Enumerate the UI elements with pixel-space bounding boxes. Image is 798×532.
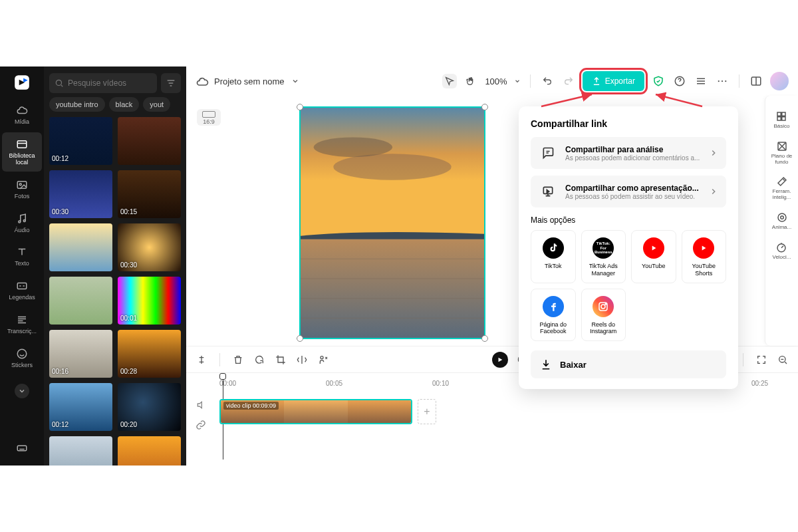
media-thumbnail[interactable]: 00:30 [118,223,181,271]
share-tile[interactable]: Reels do Instagram [581,289,626,342]
media-thumbnail[interactable]: 00:12 [49,383,112,431]
media-thumbnail[interactable]: 00:15 [118,170,181,218]
add-clip-button[interactable]: + [418,399,436,424]
grid-icon [775,110,787,122]
share-tile[interactable]: YouTube Shorts [682,230,727,283]
share-tile[interactable]: Página do Facebook [531,289,576,342]
chip[interactable]: yout [143,97,170,112]
svg-rect-20 [782,112,785,116]
stack-icon[interactable] [694,74,708,88]
svg-point-9 [56,80,61,85]
svg-point-4 [19,221,21,223]
resize-handle[interactable] [481,104,488,110]
chip[interactable]: youtube intro [49,97,105,112]
shield-icon[interactable] [651,74,666,88]
zoom-out-icon[interactable] [777,354,789,366]
hand-tool[interactable] [464,74,478,88]
tool-animation[interactable]: Anima... [771,209,793,233]
more-options-label: Mais opções [531,215,726,225]
share-card-sub: As pessoas podem adicionar comentários a… [565,154,701,162]
nav-captions[interactable]: Legendas [2,274,42,307]
rotate-icon[interactable] [253,354,265,366]
svg-point-17 [314,137,392,157]
nav-label: Transcriç... [7,329,37,335]
tool-basic[interactable]: Básico [772,108,791,132]
crop-icon[interactable] [275,354,287,366]
cursor-tool[interactable] [442,74,457,88]
tool-background[interactable]: Plano de fundo [765,138,798,168]
cloud-sync-icon[interactable] [196,75,207,87]
nav-photos[interactable]: Fotos [2,173,42,205]
nav-text[interactable]: Texto [2,240,42,273]
media-thumbnail[interactable]: 00:12 [49,117,112,165]
cutout-icon[interactable] [317,354,329,366]
tool-speed[interactable]: Veloci... [771,239,792,263]
chevron-down-icon[interactable] [514,78,521,84]
video-frame[interactable] [299,106,485,339]
play-button[interactable] [492,352,508,368]
nav-collapse[interactable] [2,378,42,404]
fullscreen-icon[interactable] [755,354,767,366]
app-root: Mídia Biblioteca local Fotos Áudio Texto… [0,66,798,466]
nav-transcription[interactable]: Transcriç... [2,308,42,340]
search-input[interactable]: Pesquise vídeos [49,73,157,93]
mirror-icon[interactable] [296,354,308,366]
share-tile-icon [593,296,614,317]
media-thumbnail[interactable]: 00:30 [49,170,112,218]
zoom-value[interactable]: 100% [485,76,507,86]
media-thumbnail[interactable]: 00:01 [118,277,181,325]
nav-local-library[interactable]: Biblioteca local [2,132,42,172]
svg-rect-18 [301,239,484,338]
trash-icon[interactable] [232,354,244,366]
mute-icon[interactable] [196,400,214,410]
aspect-ratio-badge[interactable]: 16:9 [197,109,221,126]
thumb-duration: 00:20 [120,421,137,428]
svg-line-30 [541,94,592,106]
project-name[interactable]: Projeto sem nome [214,76,285,86]
undo-button[interactable] [540,74,555,88]
filter-button[interactable] [161,73,181,93]
nav-stickers[interactable]: Stickers [2,342,42,374]
media-thumbnail[interactable]: 00:16 [49,330,112,378]
split-icon[interactable] [196,354,207,366]
nav-media[interactable]: Mídia [2,98,42,131]
video-clip[interactable]: video clip 00:09:09 [219,399,412,424]
download-button[interactable]: Baixar [531,350,726,378]
media-thumbnail[interactable]: 00:58 [49,436,112,466]
export-button[interactable]: Exportar [583,71,644,91]
tool-smart[interactable]: Ferram. intelig... [765,173,798,203]
resize-handle[interactable] [481,335,488,342]
animation-icon [776,211,788,223]
media-thumbnail[interactable] [49,277,112,325]
share-presentation-card[interactable]: Compartilhar como apresentação... As pes… [531,176,726,207]
link-icon[interactable] [196,420,214,430]
user-avatar[interactable] [770,72,789,90]
resize-handle[interactable] [297,104,303,110]
captions-icon [15,279,29,293]
nav-keyboard[interactable] [2,436,42,460]
share-tile[interactable]: TikTok:For BusinessTikTok Ads Manager [581,230,626,283]
media-thumbnail[interactable] [118,117,181,165]
background-icon [776,140,788,152]
chevron-down-icon[interactable] [291,77,299,85]
more-icon[interactable] [715,74,730,88]
media-thumbnail[interactable]: 00:20 [118,383,181,431]
layout-icon[interactable] [749,74,763,88]
chip[interactable]: black [109,97,140,112]
sticker-icon [15,347,29,360]
left-nav: Mídia Biblioteca local Fotos Áudio Texto… [0,66,44,466]
share-tile[interactable]: YouTube [631,230,676,283]
share-tile[interactable]: TikTok [531,230,576,283]
share-review-card[interactable]: Compartilhar para análise As pessoas pod… [531,137,726,169]
media-thumbnail[interactable]: 00:28 [118,330,181,378]
filter-icon [166,78,176,88]
nav-audio[interactable]: Áudio [2,207,42,239]
photo-icon [15,178,29,192]
help-icon[interactable] [672,74,687,88]
redo-button[interactable] [561,74,576,88]
resize-handle[interactable] [297,335,303,342]
media-library-panel: Pesquise vídeos youtube intro black yout… [44,66,186,466]
clip-label: video clip 00:09:09 [223,402,279,410]
media-thumbnail[interactable]: 00:09 [118,436,181,466]
media-thumbnail[interactable] [49,223,112,271]
